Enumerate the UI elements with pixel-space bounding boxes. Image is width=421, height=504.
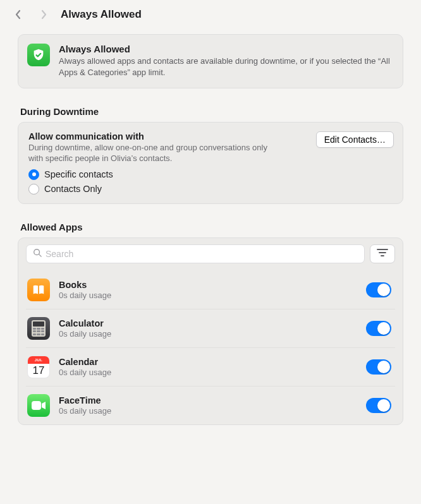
app-usage: 0s daily usage <box>59 406 357 416</box>
svg-line-1 <box>39 255 42 257</box>
app-toggle[interactable] <box>366 359 391 375</box>
app-row-books: Books 0s daily usage <box>26 271 395 309</box>
banner-description: Always allowed apps and contacts are ava… <box>59 56 393 78</box>
banner-title: Always Allowed <box>59 44 393 54</box>
app-name: Books <box>59 280 357 290</box>
radio-contacts-only[interactable]: Contacts Only <box>28 184 394 195</box>
app-toggle[interactable] <box>366 321 391 336</box>
apps-panel: Books 0s daily usage Calculator 0s daily… <box>18 237 403 425</box>
shield-check-icon <box>27 44 50 66</box>
section-downtime-label: During Downtime <box>20 106 403 117</box>
app-usage: 0s daily usage <box>59 368 357 377</box>
edit-contacts-button[interactable]: Edit Contacts… <box>316 131 394 148</box>
app-list: Books 0s daily usage Calculator 0s daily… <box>26 271 395 424</box>
filter-icon <box>377 248 388 260</box>
search-input[interactable] <box>46 249 358 259</box>
filter-button[interactable] <box>370 244 395 263</box>
app-usage: 0s daily usage <box>59 291 357 300</box>
app-name: Calculator <box>59 318 357 328</box>
radio-label: Specific contacts <box>44 169 113 179</box>
page-title: Always Allowed <box>61 8 142 21</box>
app-name: FaceTime <box>59 395 357 405</box>
radio-label: Contacts Only <box>44 184 102 194</box>
app-toggle[interactable] <box>366 398 391 413</box>
calculator-icon <box>27 317 50 340</box>
radio-icon <box>28 184 39 195</box>
downtime-title: Allow communication with <box>28 131 308 141</box>
app-toggle[interactable] <box>366 282 391 297</box>
radio-specific-contacts[interactable]: Specific contacts <box>28 169 394 180</box>
calendar-icon: JUL17 <box>27 356 50 378</box>
section-apps-label: Allowed Apps <box>20 222 403 232</box>
app-name: Calendar <box>59 357 357 367</box>
radio-icon <box>28 169 39 180</box>
books-icon <box>27 279 50 301</box>
downtime-panel: Allow communication with During downtime… <box>18 122 403 204</box>
app-row-calculator: Calculator 0s daily usage <box>26 309 395 348</box>
svg-rect-5 <box>32 401 41 410</box>
app-row-facetime: FaceTime 0s daily usage <box>26 387 395 424</box>
downtime-description: During downtime, allow one-on-one and gr… <box>28 143 281 164</box>
forward-button[interactable] <box>34 5 53 24</box>
app-row-calendar: JUL17 Calendar 0s daily usage <box>26 348 395 387</box>
facetime-icon <box>27 394 50 417</box>
search-input-container[interactable] <box>26 244 365 263</box>
back-button[interactable] <box>9 5 28 24</box>
search-icon <box>33 248 42 260</box>
always-allowed-banner: Always Allowed Always allowed apps and c… <box>18 34 403 88</box>
app-usage: 0s daily usage <box>59 329 357 339</box>
